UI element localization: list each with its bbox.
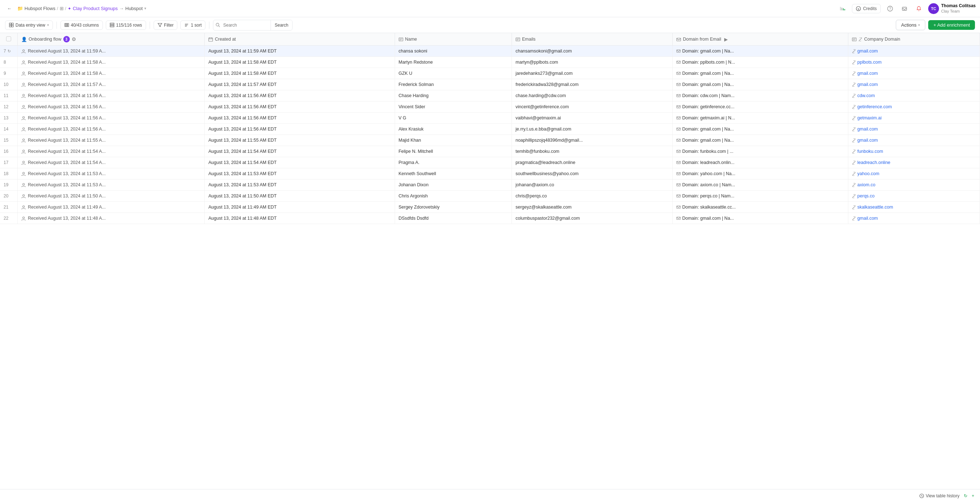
name-cell: DSsdfds Dsdfd xyxy=(395,213,512,224)
bell-icon[interactable] xyxy=(914,3,924,14)
actions-button[interactable]: Actions ▾ xyxy=(896,20,926,30)
sort-button[interactable]: 1 sort xyxy=(180,21,205,30)
flow-cell: Received August 13, 2024 at 11:58 A... xyxy=(17,57,205,68)
svg-point-82 xyxy=(23,206,24,208)
breadcrumb-sep1: / xyxy=(57,6,58,11)
company-domain-value[interactable]: gmail.com xyxy=(858,216,878,221)
svg-rect-50 xyxy=(677,83,680,86)
company-domain-value[interactable]: gmail.com xyxy=(858,127,878,132)
folder-label[interactable]: Hubspot Flows xyxy=(24,6,56,11)
person-flow-icon xyxy=(21,138,26,143)
created-at-value: August 13, 2024 at 11:49 AM EDT xyxy=(208,205,277,210)
link-icon-cell xyxy=(852,183,856,187)
company-domain-value[interactable]: getmaxim.ai xyxy=(858,116,881,121)
view-selector[interactable]: Data entry view ▾ xyxy=(5,21,53,30)
credits-button[interactable]: $ Credits xyxy=(852,4,881,13)
company-domain-value[interactable]: gmail.com xyxy=(858,138,878,143)
network-icon-1[interactable] xyxy=(838,3,848,14)
email-cell: temhib@funboku.com xyxy=(512,146,672,157)
person-flow-icon xyxy=(21,183,26,187)
inbox-icon[interactable] xyxy=(899,3,910,14)
table-row: 7 ↻ Received August 13, 2024 at 11:59 A.… xyxy=(0,46,980,57)
company-domain-value[interactable]: getinference.com xyxy=(858,104,892,109)
company-domain-value[interactable]: axiom.co xyxy=(858,182,875,187)
created-at-value: August 13, 2024 at 11:56 AM EDT xyxy=(208,104,277,109)
link-icon-cell xyxy=(852,60,856,64)
col-header-emails[interactable]: Emails xyxy=(512,33,672,46)
current-page-label[interactable]: Clay Product Signups xyxy=(73,6,118,11)
company-domain-value[interactable]: funboku.com xyxy=(858,149,883,154)
email-icon-cell xyxy=(676,94,681,98)
domain-from-email-value: Domain: getinference.cc... xyxy=(682,104,734,109)
created-at-value: August 13, 2024 at 11:56 AM EDT xyxy=(208,116,277,121)
company-domain-cell: gmail.com xyxy=(848,79,980,90)
domain-from-email-cell: Domain: gmail.com | Na... xyxy=(673,135,848,146)
company-domain-value[interactable]: skalkaseattle.com xyxy=(858,205,893,210)
search-input[interactable] xyxy=(220,21,270,29)
created-at-cell: August 13, 2024 at 11:55 AM EDT xyxy=(205,135,395,146)
user-menu[interactable]: TC Thomas Colitsas Clay Team xyxy=(928,3,976,14)
company-domain-value[interactable]: cdw.com xyxy=(858,93,875,98)
svg-rect-19 xyxy=(110,26,114,27)
email-icon-cell xyxy=(676,160,681,165)
svg-rect-80 xyxy=(677,195,680,197)
svg-line-66 xyxy=(853,140,854,141)
name-value: Frederick Solman xyxy=(399,82,434,87)
email-icon-cell xyxy=(676,194,681,198)
name-cell: Alex Krasiuk xyxy=(395,124,512,135)
name-cell: Majid Khan xyxy=(395,135,512,146)
row-refresh-icon[interactable]: ↻ xyxy=(8,49,11,54)
user-name: Thomas Colitsas xyxy=(941,3,976,9)
person-flow-icon xyxy=(21,160,26,165)
company-domain-value[interactable]: gmail.com xyxy=(858,49,878,54)
col-header-onboarding-flow[interactable]: 👤 Onboarding flow 3 ⚙ xyxy=(17,33,205,46)
row-number: 16 xyxy=(3,149,8,154)
row-number: 14 xyxy=(3,127,8,132)
person-flow-icon xyxy=(21,83,26,87)
avatar: TC xyxy=(928,3,939,14)
search-area: Search xyxy=(213,20,292,30)
settings-icon[interactable]: ⚙ xyxy=(72,37,76,42)
name-value: chansa sokoni xyxy=(399,49,427,54)
person-icon: 👤 xyxy=(21,37,27,42)
help-icon[interactable]: ? xyxy=(885,3,895,14)
add-enrichment-button[interactable]: + Add enrichment xyxy=(928,20,975,30)
company-domain-cell: skalkaseattle.com xyxy=(848,202,980,213)
view-chevron: ▾ xyxy=(47,23,49,27)
company-domain-value[interactable]: pplbots.com xyxy=(858,60,881,65)
calendar-icon xyxy=(208,37,213,42)
toolbar-separator-1 xyxy=(56,22,57,29)
filter-button[interactable]: Filter xyxy=(154,21,178,30)
company-domain-value[interactable]: gmail.com xyxy=(858,71,878,76)
play-icon[interactable]: ▶ xyxy=(724,37,728,42)
email-icon-cell xyxy=(676,60,681,64)
company-domain-value[interactable]: leadreach.online xyxy=(858,160,891,165)
grid-icon xyxy=(9,23,14,27)
rows-button[interactable]: 115/116 rows xyxy=(106,21,146,30)
svg-point-40 xyxy=(23,49,24,51)
person-flow-icon xyxy=(21,71,26,76)
col-label-company-domain: Company Domain xyxy=(864,37,900,42)
svg-rect-3 xyxy=(844,9,845,10)
columns-button[interactable]: 40/43 columns xyxy=(60,21,103,30)
svg-rect-68 xyxy=(677,150,680,153)
col-header-company-domain[interactable]: Company Domain xyxy=(848,33,980,46)
company-domain-value[interactable]: yahoo.com xyxy=(858,171,879,176)
col-header-name[interactable]: Name xyxy=(395,33,512,46)
col-header-created-at[interactable]: Created at xyxy=(205,33,395,46)
back-button[interactable]: ← xyxy=(4,3,14,14)
name-cell: GZK U xyxy=(395,68,512,79)
email-value: vaibhavi@getmaxim.ai xyxy=(515,116,561,121)
svg-line-51 xyxy=(853,84,854,85)
flow-cell: Received August 13, 2024 at 11:56 A... xyxy=(17,113,205,124)
col-header-checkbox[interactable] xyxy=(0,33,17,46)
company-domain-value[interactable]: gmail.com xyxy=(858,82,878,87)
destination-label[interactable]: Hubspot xyxy=(125,6,142,11)
select-all-checkbox[interactable] xyxy=(6,37,11,41)
search-button[interactable]: Search xyxy=(270,20,292,30)
col-header-domain-from-email[interactable]: Domain from Email ▶ xyxy=(673,33,848,46)
domain-from-email-value: Domain: cdw.com | Nam... xyxy=(682,93,735,98)
company-domain-value[interactable]: perqs.co xyxy=(858,194,875,199)
name-value: V G xyxy=(399,116,407,121)
flow-value: Received August 13, 2024 at 11:54 A... xyxy=(28,149,106,154)
